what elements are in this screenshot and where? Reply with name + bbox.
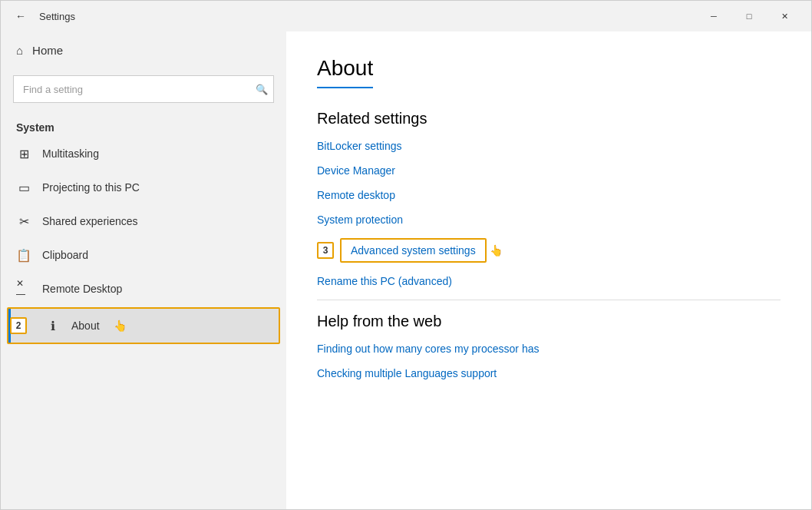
help-title: Help from the web — [317, 313, 781, 330]
sidebar-item-about[interactable]: ℹ About 👆 — [7, 307, 280, 344]
divider — [317, 300, 781, 300]
bitlocker-link[interactable]: BitLocker settings — [317, 140, 781, 152]
content-area: About Related settings BitLocker setting… — [286, 31, 811, 509]
remote-desktop-link[interactable]: Remote desktop — [317, 189, 781, 201]
sidebar-item-remote[interactable]: ✕— Remote Desktop — [1, 272, 286, 306]
cursor-icon: 👆 — [114, 320, 127, 332]
back-button[interactable]: ← — [10, 5, 31, 27]
sidebar-item-label: About — [71, 320, 100, 332]
clipboard-icon: 📋 — [16, 247, 31, 263]
title-bar: ← Settings ─ □ ✕ — [1, 1, 811, 31]
languages-link[interactable]: Checking multiple Languages support — [317, 367, 781, 379]
device-manager-link[interactable]: Device Manager — [317, 164, 781, 177]
remote-icon: ✕— — [16, 281, 31, 296]
step2-badge: 2 — [10, 317, 27, 334]
sidebar-search-container: 🔍 — [13, 75, 274, 103]
search-icon[interactable]: 🔍 — [256, 84, 268, 95]
step3-badge: 3 — [317, 242, 334, 259]
window-title: Settings — [39, 11, 75, 22]
projecting-icon: ▭ — [16, 180, 31, 195]
sidebar: ⌂ Home 🔍 System ⊞ Multitasking ▭ Project… — [1, 31, 286, 509]
home-icon: ⌂ — [16, 44, 23, 57]
related-settings-title: Related settings — [317, 110, 781, 128]
maximize-button[interactable]: □ — [731, 4, 767, 28]
system-protection-link[interactable]: System protection — [317, 214, 781, 226]
minimize-button[interactable]: ─ — [696, 4, 731, 28]
page-title: About — [317, 56, 373, 88]
title-bar-left: ← Settings — [10, 5, 696, 27]
sidebar-home[interactable]: ⌂ Home — [1, 31, 286, 69]
sidebar-section-title: System — [1, 115, 286, 137]
settings-window: ← Settings ─ □ ✕ ⌂ Home — [0, 0, 812, 510]
cursor-pointer-icon: 👆 — [490, 244, 503, 257]
cores-link[interactable]: Finding out how many cores my processor … — [317, 343, 781, 355]
advanced-settings-wrapper: 3 Advanced system settings 👆 — [317, 238, 781, 263]
sidebar-item-label: Clipboard — [42, 249, 88, 261]
sidebar-home-label: Home — [32, 44, 63, 57]
sidebar-item-projecting[interactable]: ▭ Projecting to this PC — [1, 171, 286, 204]
multitasking-icon: ⊞ — [16, 146, 31, 161]
sidebar-item-label: Remote Desktop — [42, 283, 122, 295]
sidebar-item-label: Projecting to this PC — [42, 181, 140, 194]
rename-pc-link[interactable]: Rename this PC (advanced) — [317, 275, 781, 287]
search-input[interactable] — [13, 75, 274, 103]
title-bar-controls: ─ □ ✕ — [696, 4, 802, 28]
about-item-wrapper: 2 ℹ About 👆 — [1, 306, 286, 346]
sidebar-item-multitasking[interactable]: ⊞ Multitasking — [1, 137, 286, 171]
close-button[interactable]: ✕ — [767, 4, 802, 28]
sidebar-item-label: Shared experiences — [42, 215, 138, 227]
shared-icon: ✂ — [16, 214, 31, 229]
sidebar-item-clipboard[interactable]: 📋 Clipboard — [1, 238, 286, 272]
main-content: ⌂ Home 🔍 System ⊞ Multitasking ▭ Project… — [1, 31, 811, 509]
sidebar-item-shared[interactable]: ✂ Shared experiences — [1, 204, 286, 238]
about-icon: ℹ — [45, 318, 61, 333]
advanced-settings-link[interactable]: Advanced system settings — [340, 238, 487, 263]
sidebar-item-label: Multitasking — [42, 147, 99, 160]
